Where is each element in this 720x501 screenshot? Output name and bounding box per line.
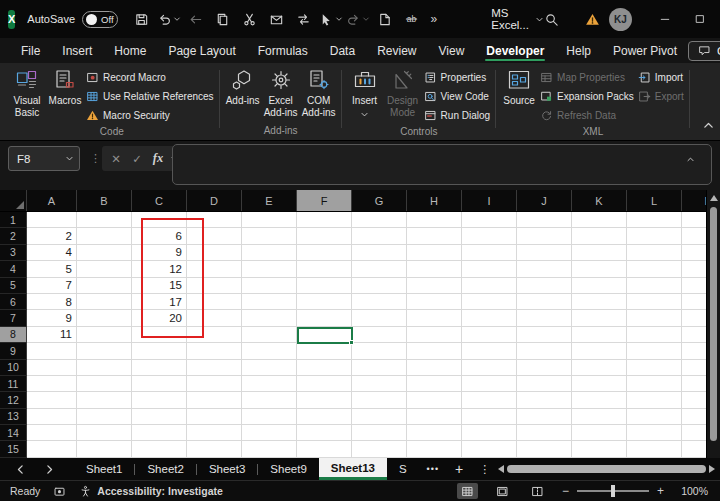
insert-button[interactable]: Insert <box>346 65 384 119</box>
cell-A12[interactable] <box>27 392 77 408</box>
cell-G1[interactable] <box>352 212 407 228</box>
tab-file[interactable]: File <box>10 38 51 63</box>
cell-B11[interactable] <box>77 376 132 392</box>
collapse-ribbon-icon[interactable] <box>702 119 715 132</box>
column-header-D[interactable]: D <box>187 190 242 211</box>
map-properties-button[interactable]: Map Properties <box>538 68 636 87</box>
sheet-tab-sheet9[interactable]: Sheet9 <box>258 458 318 480</box>
cell-A9[interactable] <box>27 343 77 359</box>
cell-C11[interactable] <box>132 376 187 392</box>
column-header-F[interactable]: F <box>297 190 352 211</box>
zoom-slider-thumb[interactable] <box>611 485 615 497</box>
cell-D9[interactable] <box>187 343 242 359</box>
cell-L7[interactable] <box>627 310 682 326</box>
cell-A2[interactable]: 2 <box>27 228 77 244</box>
cell-E12[interactable] <box>242 392 297 408</box>
cell-L9[interactable] <box>627 343 682 359</box>
cell-D13[interactable] <box>187 409 242 425</box>
cell-C1[interactable] <box>132 212 187 228</box>
more-sheets-button[interactable]: ••• <box>419 458 447 480</box>
cell-B7[interactable] <box>77 310 132 326</box>
cell-L6[interactable] <box>627 294 682 310</box>
properties-button[interactable]: Properties <box>422 68 492 87</box>
cell-J2[interactable] <box>517 228 572 244</box>
page-break-view-button[interactable] <box>527 483 548 499</box>
cell-D12[interactable] <box>187 392 242 408</box>
formula-bar-resize-handle[interactable]: ⋮ <box>90 152 101 165</box>
cell-G8[interactable] <box>352 327 407 343</box>
cell-B13[interactable] <box>77 409 132 425</box>
sheet-menu-button[interactable]: ⋮ <box>471 458 498 480</box>
cell-I15[interactable] <box>462 441 517 457</box>
cell-B8[interactable] <box>77 327 132 343</box>
cell-M7[interactable] <box>682 310 706 326</box>
cell-B3[interactable] <box>77 245 132 261</box>
cell-K10[interactable] <box>572 360 627 376</box>
cell-D5[interactable] <box>187 278 242 294</box>
cell-I3[interactable] <box>462 245 517 261</box>
cell-A3[interactable]: 4 <box>27 245 77 261</box>
cell-E14[interactable] <box>242 425 297 441</box>
horizontal-scroll-thumb[interactable] <box>507 465 706 473</box>
cell-H7[interactable] <box>407 310 462 326</box>
zoom-in-button[interactable]: + <box>657 484 664 498</box>
new-file-button[interactable] <box>373 4 397 34</box>
tab-help[interactable]: Help <box>555 38 602 63</box>
cell-M5[interactable] <box>682 278 706 294</box>
cell-K9[interactable] <box>572 343 627 359</box>
previous-sheet-icon[interactable] <box>14 463 27 476</box>
row-header-11[interactable]: 11 <box>0 376 27 392</box>
cell-D1[interactable] <box>187 212 242 228</box>
cancel-button[interactable]: ✕ <box>107 149 125 168</box>
maximize-button[interactable] <box>683 0 718 38</box>
new-sheet-button[interactable]: + <box>447 458 471 480</box>
source-button[interactable]: Source <box>500 65 538 107</box>
row-header-15[interactable]: 15 <box>0 441 27 457</box>
column-header-C[interactable]: C <box>132 190 187 211</box>
cell-L4[interactable] <box>627 261 682 277</box>
cell-D4[interactable] <box>187 261 242 277</box>
cell-K8[interactable] <box>572 327 627 343</box>
cell-A11[interactable] <box>27 376 77 392</box>
cell-I1[interactable] <box>462 212 517 228</box>
cell-E2[interactable] <box>242 228 297 244</box>
cell-K2[interactable] <box>572 228 627 244</box>
zoom-level[interactable]: 100% <box>678 485 708 497</box>
cell-C8[interactable] <box>132 327 187 343</box>
cell-J8[interactable] <box>517 327 572 343</box>
cut-button[interactable] <box>238 4 262 34</box>
cell-B1[interactable] <box>77 212 132 228</box>
sheet-tab-sheet3[interactable]: Sheet3 <box>197 458 257 480</box>
cell-L14[interactable] <box>627 425 682 441</box>
tab-data[interactable]: Data <box>319 38 366 63</box>
row-header-14[interactable]: 14 <box>0 425 27 441</box>
cell-C4[interactable]: 12 <box>132 261 187 277</box>
cell-F15[interactable] <box>297 441 352 457</box>
cell-G7[interactable] <box>352 310 407 326</box>
window-title[interactable]: MS Excel... <box>491 7 544 31</box>
cell-H12[interactable] <box>407 392 462 408</box>
cell-I13[interactable] <box>462 409 517 425</box>
record-macro-button[interactable]: Record Macro <box>84 68 216 87</box>
cell-C2[interactable]: 6 <box>132 228 187 244</box>
cell-D15[interactable] <box>187 441 242 457</box>
cell-E4[interactable] <box>242 261 297 277</box>
cell-E3[interactable] <box>242 245 297 261</box>
cell-K5[interactable] <box>572 278 627 294</box>
zoom-out-button[interactable]: − <box>562 484 569 498</box>
cell-J5[interactable] <box>517 278 572 294</box>
cell-M11[interactable] <box>682 376 706 392</box>
view-code-button[interactable]: View Code <box>422 87 492 106</box>
cell-G6[interactable] <box>352 294 407 310</box>
cell-A5[interactable]: 7 <box>27 278 77 294</box>
row-header-8[interactable]: 8 <box>0 327 27 343</box>
cell-F11[interactable] <box>297 376 352 392</box>
cell-H3[interactable] <box>407 245 462 261</box>
cell-J9[interactable] <box>517 343 572 359</box>
row-header-12[interactable]: 12 <box>0 392 27 408</box>
sheet-tab-sheet13[interactable]: Sheet13 <box>319 458 387 480</box>
cell-C3[interactable]: 9 <box>132 245 187 261</box>
cell-B4[interactable] <box>77 261 132 277</box>
cell-K15[interactable] <box>572 441 627 457</box>
cell-F9[interactable] <box>297 343 352 359</box>
